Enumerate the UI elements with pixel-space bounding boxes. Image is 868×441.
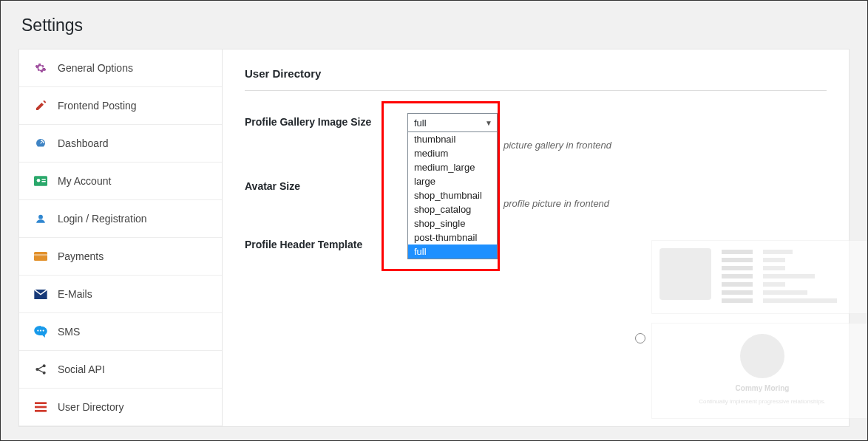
sidebar-item-label: Frontend Posting xyxy=(58,100,137,112)
hint-avatar-size: profile picture in frontend xyxy=(503,198,827,209)
dropdown-option-shop-single[interactable]: shop_single xyxy=(408,216,497,230)
chevron-down-icon: ▼ xyxy=(485,119,492,127)
svg-point-7 xyxy=(37,329,38,331)
svg-rect-6 xyxy=(34,254,47,256)
page-title: Settings xyxy=(1,1,867,49)
label-avatar-size: Avatar Size xyxy=(245,177,407,192)
sidebar-item-label: SMS xyxy=(58,326,80,338)
sidebar-item-general-options[interactable]: General Options xyxy=(19,49,222,87)
sidebar-item-label: My Account xyxy=(58,175,111,187)
credit-card-icon xyxy=(33,250,49,263)
svg-rect-2 xyxy=(42,179,46,180)
dropdown-option-medium[interactable]: medium xyxy=(408,146,497,160)
section-title: User Directory xyxy=(245,67,827,91)
select-profile-gallery-image-size[interactable]: full ▼ xyxy=(407,113,498,132)
sidebar-item-emails[interactable]: E-Mails xyxy=(19,276,222,313)
sidebar-item-label: User Directory xyxy=(58,401,123,413)
id-card-icon xyxy=(33,174,49,188)
template-preview-vertical[interactable]: Commy Moring Continually implement progr… xyxy=(651,323,868,419)
sidebar-item-my-account[interactable]: My Account xyxy=(19,163,222,200)
dropdown-option-full[interactable]: full xyxy=(408,245,497,259)
label-profile-header-template: Profile Header Template xyxy=(245,236,407,250)
row-avatar-size: Avatar Size profile picture in frontend xyxy=(245,177,827,209)
envelope-icon xyxy=(33,287,49,301)
avatar-placeholder xyxy=(660,248,711,300)
sidebar-item-login-registration[interactable]: Login / Registration xyxy=(19,200,222,238)
dropdown-option-shop-thumbnail[interactable]: shop_thumbnail xyxy=(408,188,497,202)
main-panel: User Directory Profile Gallery Image Siz… xyxy=(223,49,850,427)
select-value: full xyxy=(414,117,427,129)
sidebar-item-social-api[interactable]: Social API xyxy=(19,351,222,389)
svg-rect-3 xyxy=(42,181,46,182)
svg-rect-14 xyxy=(35,406,47,408)
settings-sidebar: General Options Frontend Posting Dashboa… xyxy=(18,49,223,427)
list-icon xyxy=(33,400,49,414)
sidebar-item-label: Dashboard xyxy=(58,137,109,149)
profile-fields-placeholder xyxy=(722,248,865,306)
row-profile-gallery-image-size: Profile Gallery Image Size full ▼ thumbn… xyxy=(245,113,827,151)
sidebar-item-label: E-Mails xyxy=(58,288,92,300)
label-profile-gallery-image-size: Profile Gallery Image Size xyxy=(245,113,407,128)
pencil-icon xyxy=(33,99,49,112)
settings-container: General Options Frontend Posting Dashboa… xyxy=(1,49,867,427)
svg-point-1 xyxy=(37,179,41,182)
svg-point-4 xyxy=(38,215,43,219)
svg-point-8 xyxy=(40,329,41,331)
dropdown-gallery-size: thumbnail medium medium_large large shop… xyxy=(407,132,498,259)
preview-name: Commy Moring xyxy=(736,384,790,392)
template-preview-horizontal[interactable] xyxy=(651,240,868,314)
hint-gallery-size: picture gallery in frontend xyxy=(503,140,827,151)
dropdown-option-medium-large[interactable]: medium_large xyxy=(408,160,497,174)
sidebar-item-user-directory[interactable]: User Directory xyxy=(19,389,222,426)
radio-template-vertical[interactable] xyxy=(635,333,645,343)
dropdown-option-post-thumbnail[interactable]: post-thumbnail xyxy=(408,230,497,245)
sidebar-item-label: General Options xyxy=(58,62,133,74)
sidebar-item-frontend-posting[interactable]: Frontend Posting xyxy=(19,87,222,125)
comment-icon xyxy=(33,325,49,338)
svg-rect-5 xyxy=(34,252,47,261)
svg-point-9 xyxy=(43,329,44,331)
user-icon xyxy=(33,212,49,225)
sidebar-item-label: Social API xyxy=(58,363,105,375)
svg-rect-13 xyxy=(35,402,47,404)
dropdown-option-shop-catalog[interactable]: shop_catalog xyxy=(408,202,497,216)
sidebar-item-label: Payments xyxy=(58,250,104,262)
sidebar-item-sms[interactable]: SMS xyxy=(19,313,222,351)
gauge-icon xyxy=(33,137,49,150)
dropdown-option-large[interactable]: large xyxy=(408,174,497,188)
avatar-placeholder-round xyxy=(740,334,784,378)
sidebar-item-label: Login / Registration xyxy=(58,213,147,225)
gear-icon xyxy=(33,61,49,75)
dropdown-option-thumbnail[interactable]: thumbnail xyxy=(408,132,497,146)
sidebar-item-dashboard[interactable]: Dashboard xyxy=(19,125,222,163)
preview-subtitle: Continually implement progressive relati… xyxy=(699,398,826,405)
share-icon xyxy=(33,363,49,376)
sidebar-item-payments[interactable]: Payments xyxy=(19,238,222,276)
svg-rect-15 xyxy=(35,410,47,412)
